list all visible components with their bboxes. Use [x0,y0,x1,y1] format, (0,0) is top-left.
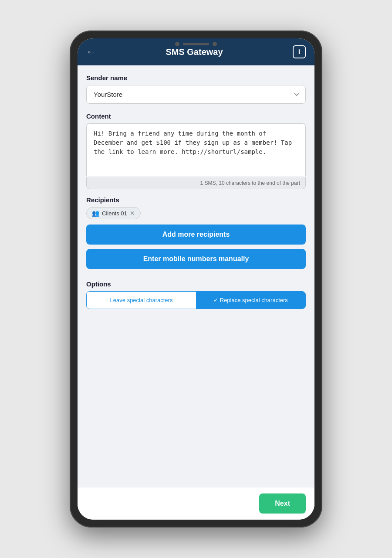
options-label: Options [86,280,306,288]
speaker-bar [183,43,209,45]
content-footer: 1 SMS, 10 characters to the end of the p… [86,177,306,189]
content-section: Content Hi! Bring a friend any time duri… [78,104,314,189]
sender-select[interactable]: YourStore [86,85,306,104]
info-button[interactable]: i [293,45,306,58]
back-button[interactable]: ← [86,47,96,57]
tablet-top-bar [175,42,217,46]
tag-name: Clients 01 [102,210,127,217]
tag-group-icon: 👥 [92,210,99,217]
sender-label: Sender name [86,74,306,82]
tag-list: 👥 Clients 01 ✕ [86,207,306,219]
tag-remove-button[interactable]: ✕ [130,210,135,216]
enter-manual-button[interactable]: Enter mobile numbers manually [86,249,306,269]
tablet-device: ← SMS Gateway i Sender name YourStore Co… [70,31,322,527]
leave-special-chars-option[interactable]: Leave special characters [87,292,196,309]
header-title: SMS Gateway [166,47,223,57]
options-section: Options Leave special characters ✓ Repla… [78,273,314,309]
sender-section: Sender name YourStore [78,65,314,104]
bottom-bar: Next [78,487,314,520]
replace-special-chars-option[interactable]: ✓ Replace special characters [196,292,305,309]
bottom-spacer [78,309,314,327]
tablet-screen: ← SMS Gateway i Sender name YourStore Co… [78,38,314,520]
special-chars-toggle: Leave special characters ✓ Replace speci… [86,291,306,309]
add-recipients-button[interactable]: Add more recipients [86,225,306,245]
camera-dot [175,42,179,46]
content-textarea[interactable]: Hi! Bring a friend any time during the m… [86,123,306,176]
recipient-tag: 👥 Clients 01 ✕ [86,207,141,219]
camera-dot-2 [213,42,217,46]
next-button[interactable]: Next [259,493,306,514]
content-scroll: Sender name YourStore Content Hi! Bring … [78,65,314,487]
recipients-section: Recipients 👥 Clients 01 ✕ Add more recip… [78,189,314,273]
content-label: Content [86,112,306,120]
recipients-label: Recipients [86,196,306,204]
